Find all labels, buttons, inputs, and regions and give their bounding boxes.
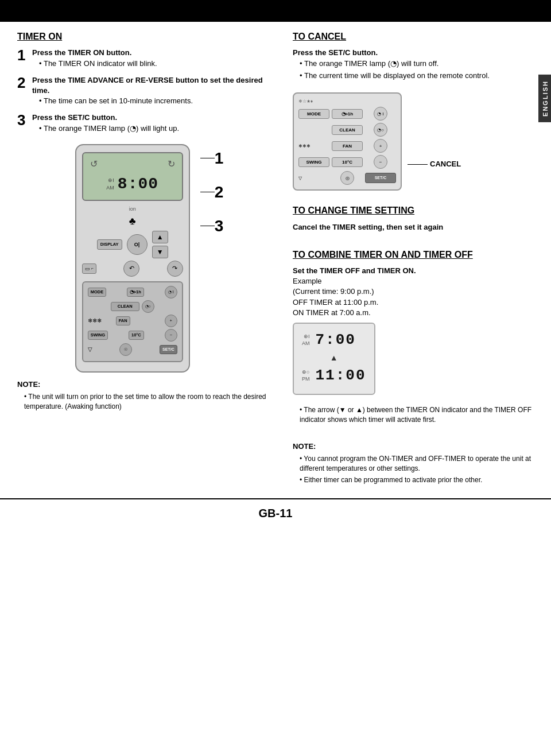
pm-timer-label: ⊕○: [302, 369, 310, 376]
step-1-num: 1: [17, 48, 29, 63]
mini-snow-icon: ▽: [298, 175, 329, 181]
mini-setc-btn[interactable]: SET/C: [365, 173, 396, 183]
snow-button[interactable]: ☉: [119, 343, 132, 356]
fan-icons: ❄❄❄: [88, 317, 102, 325]
clean-button[interactable]: CLEAN: [111, 302, 139, 312]
mini-mode-btn[interactable]: MODE: [298, 109, 329, 119]
down-button[interactable]: ▼: [152, 246, 168, 258]
callout-2: 2: [215, 181, 224, 203]
mini-timeron-btn[interactable]: ◔ I: [374, 107, 387, 121]
mini-timeroff-btn[interactable]: ◔○: [374, 123, 387, 137]
note-left: NOTE: The unit will turn on prior to the…: [17, 379, 281, 412]
ion-icon: ♣: [129, 215, 136, 227]
remote-buttons-area: ion ♣ DISPLAY O| ▲ ▼: [82, 206, 183, 277]
step-3-bold: Press the SET/C button.: [32, 113, 281, 123]
timer-off-button[interactable]: ◔○: [142, 300, 154, 313]
power-button[interactable]: O|: [127, 234, 148, 255]
am-label-text: AM: [302, 340, 310, 347]
arc-left-button[interactable]: ↶: [123, 261, 139, 277]
swing-button[interactable]: SWING: [88, 331, 108, 340]
change-time-text: Cancel the TIMER setting, then set it ag…: [293, 222, 534, 232]
timer-on-button[interactable]: ◔ I: [165, 286, 177, 298]
display-button[interactable]: DISPLAY: [97, 239, 122, 250]
card-left-button[interactable]: ▭ ⌐: [82, 263, 96, 274]
mini-minus-btn[interactable]: −: [374, 155, 387, 169]
arrow-between: ▲: [302, 352, 366, 364]
left-column: TIMER ON 1 Press the TIMER ON button. Th…: [17, 30, 281, 487]
remote-panel-bottom: MODE ◔▹1h ◔ I CLEAN ◔○ ❄❄❄ FAN +: [82, 281, 183, 362]
right-column: TO CANCEL Press the SET/C button. The or…: [293, 30, 534, 487]
step-2-bold: Press the TIME ADVANCE or RE-VERSE butto…: [32, 75, 281, 96]
cancel-remote: ❄☆★♦ MODE ◔▹1h ◔ I CLEAN ◔○ ❄❄❄ FAN +: [293, 92, 402, 191]
note-right-bullet-2: Either timer can be programmed to activa…: [300, 475, 534, 485]
top-bar: [0, 0, 551, 22]
step-1: 1 Press the TIMER ON button. The TIMER O…: [17, 48, 281, 70]
mini-clean-btn[interactable]: CLEAN: [332, 125, 363, 135]
am-timer-label: ⊕I: [302, 333, 310, 340]
english-tab: ENGLISH: [538, 75, 551, 122]
combine-timer-title: TO COMBINE TIMER ON AND TIMER OFF: [293, 249, 534, 261]
combine-timer-off: OFF TIMER at 11:00 p.m.: [293, 297, 534, 308]
arc-right-button[interactable]: ↷: [167, 261, 183, 277]
callout-1: 1: [215, 147, 224, 169]
step-3-num: 3: [17, 113, 29, 127]
cancel-label: CANCEL: [430, 159, 461, 169]
to-cancel-bullet-1: The orange TIMER lamp (◔) will turn off.: [300, 59, 534, 69]
cancel-line: [408, 164, 428, 165]
timer-adv-button[interactable]: ◔▹1h: [127, 288, 144, 297]
step-3: 3 Press the SET/C button. The orange TIM…: [17, 113, 281, 135]
mini-temp-btn[interactable]: 10°C: [332, 157, 363, 167]
temp-button[interactable]: 10°C: [129, 331, 144, 340]
note-right-bullet-1: You cannot program the ON-TIMER and OFF-…: [300, 454, 534, 474]
mode-button[interactable]: MODE: [88, 288, 107, 297]
combine-timer-note: The arrow (▼ or ▲) between the TIMER ON …: [300, 405, 534, 425]
callout-numbers: 1 2 3: [196, 144, 224, 238]
step-1-bold: Press the TIMER ON button.: [32, 48, 281, 58]
mini-plus-btn[interactable]: +: [374, 139, 387, 153]
to-cancel-subtitle: Press the SET/C button.: [293, 48, 534, 58]
plus-button[interactable]: +: [165, 315, 177, 327]
mini-circle-btn[interactable]: ◎: [340, 171, 354, 185]
remote-screen: ↺ ↻ ⊕IAM 8:00: [82, 152, 183, 201]
combine-timer-on: ON TIMER at 7:00 a.m.: [293, 308, 534, 318]
pm-label-text: PM: [302, 375, 310, 383]
pm-timer-value: 11:00: [316, 365, 366, 386]
combine-timer-subtitle: Set the TIMER OFF and TIMER ON.: [293, 266, 534, 276]
mini-icons-row: ❄☆★♦: [298, 98, 329, 104]
time-display: 8:00: [118, 173, 158, 195]
timer-on-title: TIMER ON: [17, 30, 281, 43]
to-cancel-bullet-2: The current time will be displayed on th…: [300, 71, 534, 81]
fan-button[interactable]: FAN: [116, 316, 130, 326]
minus-button[interactable]: −: [165, 329, 177, 342]
step-1-bullet-1: The TIMER ON indicator will blink.: [39, 59, 281, 69]
combine-timer-current-time: (Current time: 9:00 p.m.): [293, 286, 534, 297]
leaf-left-icon: ↺: [90, 158, 98, 170]
note-left-title: NOTE:: [17, 379, 281, 390]
am-timer-value: 7:00: [316, 329, 356, 350]
mini-fan-icons: ❄❄❄: [298, 143, 329, 149]
ion-label: ion: [129, 206, 136, 213]
mini-swing-btn[interactable]: SWING: [298, 157, 329, 167]
to-cancel-title: TO CANCEL: [293, 30, 534, 43]
combine-timer-example: Example: [293, 276, 534, 286]
cancel-arrow-wrap: CANCEL: [408, 113, 461, 169]
cancel-arrow: CANCEL: [408, 159, 461, 169]
leaf-right-icon: ↻: [168, 158, 175, 170]
timer-display-box: ⊕I AM 7:00 ▲ ⊕○ PM 11:00: [293, 323, 375, 395]
note-left-bullet-1: The unit will turn on prior to the set t…: [24, 392, 281, 412]
remote-illustration-wrap: ↺ ↻ ⊕IAM 8:00: [17, 144, 281, 373]
mini-fan-btn[interactable]: FAN: [332, 141, 363, 151]
remote-illustration: ↺ ↻ ⊕IAM 8:00: [75, 144, 190, 373]
card-icon: ▭: [85, 265, 90, 273]
am-label: ⊕IAM: [106, 177, 114, 191]
snow-icon: ▽: [88, 346, 92, 354]
step-2-bullet-1: The time can be set in 10-minute increme…: [39, 96, 281, 106]
up-button[interactable]: ▲: [152, 231, 168, 243]
setc-button[interactable]: SET/C: [160, 345, 177, 354]
mini-timer-btn[interactable]: ◔▹1h: [332, 109, 363, 119]
change-time-title: TO CHANGE TIME SETTING: [293, 204, 534, 217]
step-2: 2 Press the TIME ADVANCE or RE-VERSE but…: [17, 75, 281, 108]
note-right: NOTE: You cannot program the ON-TIMER an…: [293, 441, 534, 485]
card-label: ⌐: [91, 266, 94, 272]
note-right-title: NOTE:: [293, 441, 534, 452]
